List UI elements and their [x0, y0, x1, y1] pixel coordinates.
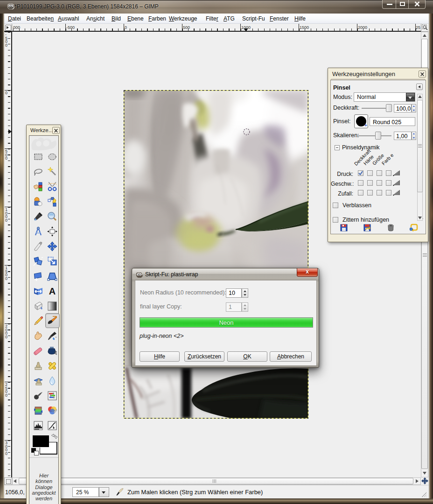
svg-text:A: A: [49, 286, 56, 296]
